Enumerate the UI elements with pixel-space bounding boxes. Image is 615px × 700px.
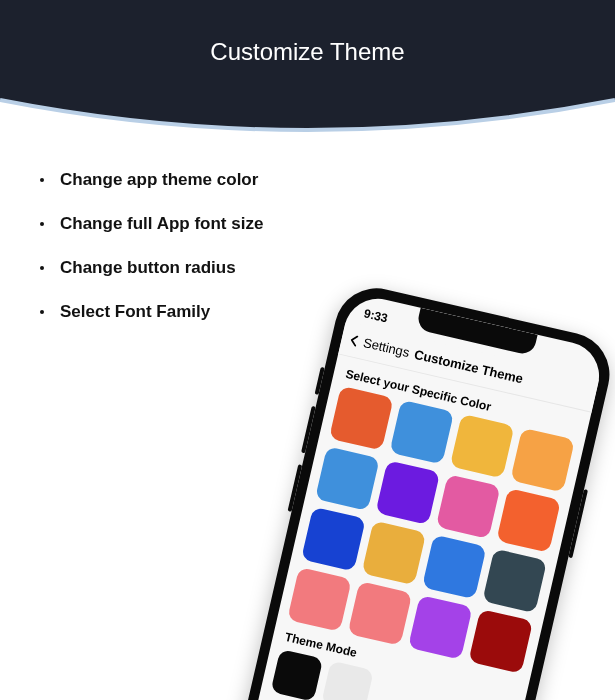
- status-time: 9:33: [362, 306, 389, 325]
- color-grid: [287, 386, 575, 674]
- color-swatch[interactable]: [408, 595, 473, 660]
- bullet-icon: [40, 266, 44, 270]
- phone-side-button: [301, 406, 316, 454]
- page-title: Customize Theme: [0, 38, 615, 66]
- theme-mode-swatch-dark[interactable]: [270, 649, 323, 700]
- color-swatch[interactable]: [436, 474, 501, 539]
- color-swatch[interactable]: [348, 581, 413, 646]
- page-header: Customize Theme: [0, 0, 615, 130]
- bullet-icon: [40, 310, 44, 314]
- bullet-icon: [40, 178, 44, 182]
- screen-body: Select your Specific Color: [247, 354, 592, 700]
- color-swatch[interactable]: [375, 460, 440, 525]
- color-swatch[interactable]: [315, 446, 380, 511]
- feature-text: Change button radius: [60, 258, 236, 278]
- feature-item: Change app theme color: [40, 170, 360, 190]
- theme-mode-swatch-light[interactable]: [321, 661, 374, 700]
- back-label: Settings: [362, 335, 411, 360]
- feature-text: Change full App font size: [60, 214, 263, 234]
- color-swatch[interactable]: [422, 535, 487, 600]
- color-swatch[interactable]: [361, 521, 426, 586]
- bullet-icon: [40, 222, 44, 226]
- color-swatch[interactable]: [389, 400, 454, 465]
- feature-text: Select Font Family: [60, 302, 210, 322]
- color-swatch[interactable]: [287, 567, 352, 632]
- color-swatch[interactable]: [450, 414, 515, 479]
- feature-item: Select Font Family: [40, 302, 360, 322]
- feature-item: Change button radius: [40, 258, 360, 278]
- color-swatch[interactable]: [482, 548, 547, 613]
- color-swatch[interactable]: [496, 488, 561, 553]
- phone-side-button: [288, 464, 303, 512]
- feature-item: Change full App font size: [40, 214, 360, 234]
- color-swatch[interactable]: [301, 507, 366, 572]
- feature-text: Change app theme color: [60, 170, 258, 190]
- phone-screen: 9:33 Settings Customize Theme Select you…: [229, 292, 606, 700]
- feature-list: Change app theme color Change full App f…: [40, 170, 360, 346]
- color-swatch[interactable]: [510, 428, 575, 493]
- back-button[interactable]: Settings: [340, 330, 411, 360]
- phone-side-button: [315, 367, 325, 395]
- chevron-left-icon: [346, 332, 363, 349]
- color-swatch[interactable]: [468, 609, 533, 674]
- color-swatch[interactable]: [329, 386, 394, 451]
